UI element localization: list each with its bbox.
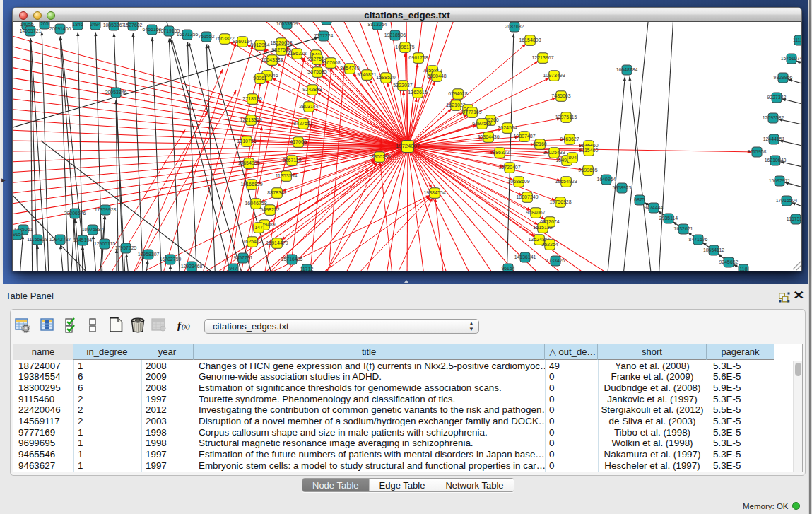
svg-text:8186328: 8186328 <box>287 51 306 56</box>
svg-text:16782759: 16782759 <box>160 257 182 262</box>
svg-text:1362615: 1362615 <box>408 90 427 95</box>
svg-text:20206576: 20206576 <box>64 211 86 216</box>
svg-text:16543382: 16543382 <box>261 57 283 62</box>
svg-text:1096175: 1096175 <box>395 45 414 49</box>
svg-text:3675685: 3675685 <box>307 69 326 74</box>
svg-text:1640954: 1640954 <box>597 177 616 182</box>
svg-text:6961758: 6961758 <box>408 55 428 60</box>
svg-text:12975115: 12975115 <box>555 115 577 119</box>
svg-text:16648784: 16648784 <box>616 67 638 72</box>
svg-text:19218506: 19218506 <box>384 33 406 37</box>
svg-text:19756928: 19756928 <box>549 199 571 204</box>
svg-text:11156829: 11156829 <box>27 237 48 242</box>
svg-text:8660124: 8660124 <box>233 39 252 44</box>
svg-text:15751074: 15751074 <box>781 56 802 61</box>
svg-text:14136141: 14136141 <box>514 255 536 259</box>
svg-text:18807249: 18807249 <box>516 194 538 199</box>
svg-text:17016504: 17016504 <box>776 198 798 203</box>
svg-text:2935114: 2935114 <box>659 216 678 221</box>
svg-text:9777169: 9777169 <box>462 110 481 115</box>
svg-text:16671355: 16671355 <box>177 32 199 37</box>
svg-text:2494: 2494 <box>90 22 100 27</box>
svg-text:15716485: 15716485 <box>281 257 303 262</box>
svg-text:19384554: 19384554 <box>423 190 445 195</box>
svg-text:1733426: 1733426 <box>546 258 565 263</box>
svg-text:18300295: 18300295 <box>368 154 390 159</box>
svg-text:1588520: 1588520 <box>376 75 395 80</box>
svg-text:7625402: 7625402 <box>242 239 261 244</box>
svg-text:5498222: 5498222 <box>260 207 279 212</box>
svg-text:1527602: 1527602 <box>124 23 143 28</box>
svg-text:19724007: 19724007 <box>396 143 420 149</box>
svg-text:11124: 11124 <box>793 37 802 42</box>
svg-text:11712: 11712 <box>300 267 314 271</box>
svg-text:20364436: 20364436 <box>477 134 499 139</box>
svg-text:16210643: 16210643 <box>765 158 787 163</box>
svg-text:9227342: 9227342 <box>767 95 787 100</box>
svg-text:8813054: 8813054 <box>368 22 387 27</box>
svg-text:147: 147 <box>254 225 263 230</box>
svg-text:7663822: 7663822 <box>215 36 234 41</box>
svg-text:9699695: 9699695 <box>578 168 597 173</box>
svg-text:10973493: 10973493 <box>543 73 565 78</box>
svg-text:39154: 39154 <box>13 232 24 237</box>
svg-text:8990448: 8990448 <box>427 74 446 78</box>
svg-text:12213369: 12213369 <box>240 117 261 122</box>
svg-text:10025433: 10025433 <box>543 150 565 155</box>
svg-text:20691406: 20691406 <box>49 26 71 31</box>
svg-text:118: 118 <box>740 267 748 271</box>
svg-text:6875: 6875 <box>634 197 645 202</box>
svg-text:1167533: 1167533 <box>787 216 802 221</box>
svg-text:751552: 751552 <box>199 34 215 39</box>
svg-text:9329966: 9329966 <box>774 75 793 80</box>
svg-text:16914479: 16914479 <box>266 240 288 245</box>
svg-text:2087682: 2087682 <box>505 24 524 29</box>
svg-text:12942737: 12942737 <box>49 237 71 242</box>
svg-text:7485063: 7485063 <box>551 93 570 98</box>
svg-text:1846: 1846 <box>72 22 83 27</box>
svg-text:8215958: 8215958 <box>748 149 767 154</box>
svg-text:1810755: 1810755 <box>237 139 256 144</box>
svg-text:10807487: 10807487 <box>513 134 535 139</box>
svg-text:16033809: 16033809 <box>276 22 298 26</box>
svg-text:19654985: 19654985 <box>237 160 259 165</box>
svg-text:9245652: 9245652 <box>719 259 739 264</box>
svg-text:12444151: 12444151 <box>763 136 785 141</box>
svg-text:3624554: 3624554 <box>498 125 517 130</box>
svg-text:2718126: 2718126 <box>242 96 261 101</box>
svg-text:11353594: 11353594 <box>276 173 298 178</box>
svg-text:252254: 252254 <box>541 242 558 247</box>
svg-text:19654923: 19654923 <box>555 179 577 184</box>
svg-text:9457791: 9457791 <box>234 255 253 260</box>
svg-text:804: 804 <box>568 155 577 160</box>
svg-text:12905115: 12905115 <box>94 241 115 246</box>
svg-text:10688609: 10688609 <box>507 179 529 184</box>
svg-text:1615132: 1615132 <box>533 225 552 230</box>
svg-text:9463627: 9463627 <box>560 136 579 141</box>
svg-text:17359928: 17359928 <box>95 207 117 212</box>
svg-text:16154808: 16154808 <box>519 37 541 42</box>
svg-text:20053346: 20053346 <box>105 90 127 95</box>
svg-text:14055721: 14055721 <box>20 28 42 33</box>
svg-text:10958107: 10958107 <box>138 252 160 257</box>
svg-text:15720407: 15720407 <box>498 165 520 170</box>
svg-text:2367608: 2367608 <box>321 60 340 65</box>
svg-text:9084067: 9084067 <box>526 210 545 215</box>
svg-text:17957225: 17957225 <box>115 245 137 250</box>
svg-text:8454749: 8454749 <box>340 66 359 71</box>
svg-text:62160: 62160 <box>533 141 547 146</box>
svg-text:(x): (x) <box>182 322 190 331</box>
svg-text:10654112: 10654112 <box>703 247 724 252</box>
svg-text:7632621: 7632621 <box>674 226 693 231</box>
svg-text:2803144: 2803144 <box>299 104 318 109</box>
svg-text:417006: 417006 <box>290 139 306 144</box>
svg-text:10975887: 10975887 <box>82 227 104 232</box>
svg-text:8267110: 8267110 <box>283 158 302 163</box>
svg-text:8878342: 8878342 <box>267 190 286 195</box>
svg-text:9242848: 9242848 <box>302 87 322 92</box>
svg-text:5322037: 5322037 <box>393 83 412 88</box>
svg-text:9115460: 9115460 <box>579 148 599 153</box>
svg-text:98961: 98961 <box>253 76 267 81</box>
svg-text:8427552: 8427552 <box>293 121 312 126</box>
svg-text:6794028: 6794028 <box>448 91 467 96</box>
